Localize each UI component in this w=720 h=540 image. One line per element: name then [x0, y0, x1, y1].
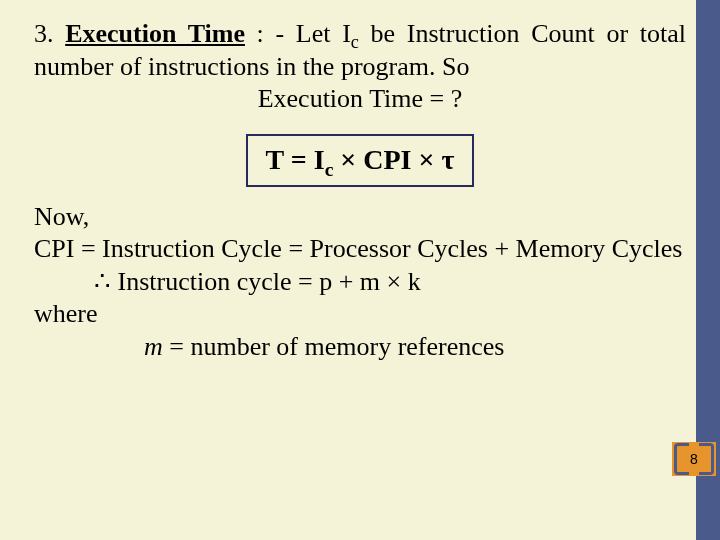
title-number: 3. — [34, 19, 54, 48]
instruction-cycle-line: ∴ Instruction cycle = p + m × k — [34, 266, 686, 299]
formula-tau: τ — [441, 144, 454, 175]
formula-box: T = Ic × CPI × τ — [246, 134, 475, 187]
slide-content: 3. Execution Time : - Let Ic be Instruct… — [0, 0, 720, 363]
m-definition: m = number of memory references — [34, 331, 686, 364]
title-separator: : - — [245, 19, 296, 48]
cpi-def-text: CPI = Instruction Cycle = Processor Cycl… — [34, 234, 682, 263]
execution-time-question: Execution Time = ? — [34, 83, 686, 116]
intro-sub-c: c — [351, 32, 359, 52]
bracket-left-icon — [674, 443, 689, 475]
page-number: 8 — [690, 451, 698, 467]
formula-part-b: × CPI × — [333, 144, 441, 175]
bracket-right-icon — [699, 443, 714, 475]
page-number-badge: 8 — [672, 442, 716, 476]
formula-part-a: T = I — [266, 144, 325, 175]
section-title: Execution Time — [65, 19, 245, 48]
now-label: Now, — [34, 201, 686, 234]
cpi-definition: CPI = Instruction Cycle = Processor Cycl… — [34, 233, 686, 266]
formula-row: T = Ic × CPI × τ — [34, 124, 686, 187]
exec-time-q-text: Execution Time = ? — [258, 84, 463, 113]
where-label: where — [34, 298, 686, 331]
m-def-text: = number of memory references — [163, 332, 505, 361]
intro-text-a: Let I — [296, 19, 351, 48]
inst-cycle-text: Instruction cycle = p + m × k — [111, 267, 421, 296]
intro-paragraph: 3. Execution Time : - Let Ic be Instruct… — [34, 18, 686, 83]
therefore-symbol: ∴ — [94, 267, 111, 296]
m-var: m — [144, 332, 163, 361]
